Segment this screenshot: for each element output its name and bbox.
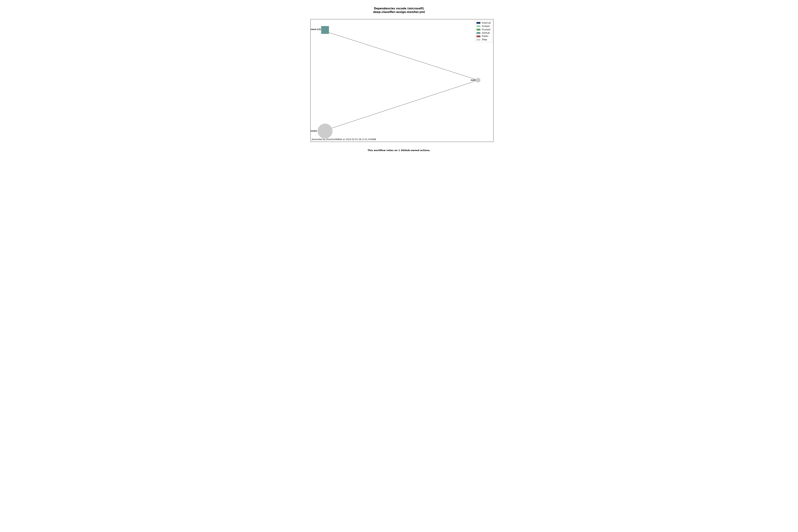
generated-by-text: Generated by DirectionMIAGE on 2023-02-0… xyxy=(311,138,376,140)
legend-item: Trusted xyxy=(476,28,491,32)
legend-item: Forked xyxy=(476,25,491,28)
chart-title: Dependencies vscode (microsoft) deep-cla… xyxy=(279,7,519,14)
node-main xyxy=(476,78,480,82)
edge-main-to-monitor xyxy=(331,80,478,128)
node-monitor xyxy=(318,124,332,138)
legend-label: Forked xyxy=(482,25,490,28)
legend-item: Step xyxy=(476,38,491,41)
node-checkout-label: checkout [v3] xyxy=(310,28,321,30)
node-monitor-label: ./actions/classifier-deep/monitor xyxy=(310,130,317,132)
legend-label: GitHub xyxy=(482,32,490,35)
edge-main-to-checkout xyxy=(327,32,478,80)
legend-item: Public xyxy=(476,35,491,38)
legend: Internal Forked Trusted GitHub Public St… xyxy=(475,20,492,42)
legend-label: Trusted xyxy=(482,28,490,32)
caption: This workflow relies on 1 GitHub-owned a… xyxy=(279,149,519,152)
node-main-label: main xyxy=(471,79,476,81)
dependency-graph: checkout [v3] ./actions/classifier-deep/… xyxy=(310,19,493,142)
node-checkout xyxy=(321,26,329,34)
legend-item: GitHub xyxy=(476,32,491,35)
title-line-1: Dependencies vscode (microsoft) xyxy=(374,7,424,10)
legend-label: Internal xyxy=(482,21,491,25)
legend-swatch-internal xyxy=(476,22,480,24)
legend-label: Step xyxy=(482,38,487,41)
plot-area: checkout [v3] ./actions/classifier-deep/… xyxy=(310,19,494,142)
page: Dependencies vscode (microsoft) deep-cla… xyxy=(279,0,519,159)
legend-label: Public xyxy=(482,35,489,38)
title-line-2: deep-classifier-assign-monitor.yml xyxy=(373,11,425,14)
legend-swatch-step xyxy=(476,39,480,41)
legend-swatch-github xyxy=(476,32,480,34)
legend-swatch-forked xyxy=(476,25,480,27)
legend-swatch-public xyxy=(476,36,480,37)
legend-swatch-trusted xyxy=(476,29,480,31)
legend-item: Internal xyxy=(476,21,491,25)
